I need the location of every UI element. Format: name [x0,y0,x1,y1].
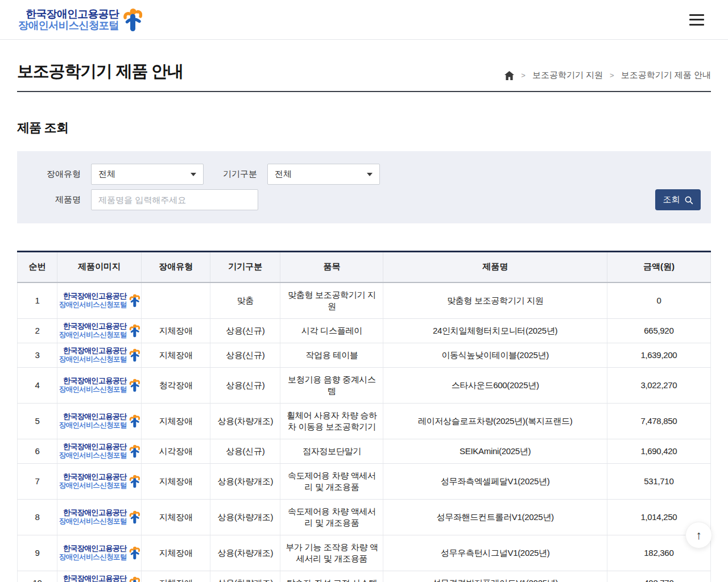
cell-product-name: 성무경련방지플레이트V1(2025년) [383,571,607,582]
table-row[interactable]: 10 한국장애인고용공단 장애인서비스신청포털 지체장애 상용(차량개조) 탑승… [18,571,711,582]
cell-category: 속도제어용 차량 액세서리 및 개조용품 [280,463,383,499]
cell-category: 점자정보단말기 [280,439,383,463]
table-row[interactable]: 8 한국장애인고용공단 장애인서비스신청포털 지체장애 상용(차량개조) 속도제… [18,499,711,535]
home-icon[interactable] [504,71,514,80]
page-title: 보조공학기기 제품 안내 [17,60,183,83]
kead-person-logo-icon [129,294,140,307]
breadcrumb-item-current[interactable]: 보조공학기기 제품 안내 [621,70,711,81]
search-icon [684,196,693,205]
cell-product-name: 맞춤형 보조공학기기 지원 [383,282,607,319]
cell-no: 10 [18,571,57,582]
cell-price: 531,710 [607,463,710,499]
cell-price: 7,478,850 [607,403,710,439]
cell-product-name: 성무좌핸드컨트롤러V1(2025년) [383,499,607,535]
table-row[interactable]: 5 한국장애인고용공단 장애인서비스신청포털 지체장애 상용(차량개조) 휠체어… [18,403,711,439]
device-type-value: 전체 [275,169,292,180]
cell-disability-type: 지체장애 [142,499,210,535]
cell-product-image: 한국장애인고용공단 장애인서비스신청포털 [57,535,142,571]
device-type-select[interactable]: 전체 [267,164,380,185]
cell-device-type: 상용(차량개조) [210,403,280,439]
kead-person-logo-icon [129,414,140,428]
cell-product-image: 한국장애인고용공단 장애인서비스신청포털 [57,463,142,499]
breadcrumb-separator: > [610,71,614,80]
product-table-header: 순번 제품이미지 장애유형 기기구분 품목 제품명 금액(원) [18,252,711,282]
cell-category: 부가 기능 조작용 차량 액세서리 및 개조용품 [280,535,383,571]
kead-person-logo-icon [129,576,140,582]
cell-device-type: 상용(신규) [210,439,280,463]
cell-no: 5 [18,403,57,439]
cell-no: 1 [18,282,57,319]
logo-portal-name: 장애인서비스신청포털 [18,20,119,32]
product-image-placeholder: 한국장애인고용공단 장애인서비스신청포털 [59,544,140,561]
kead-person-logo-icon [129,324,140,338]
table-row[interactable]: 2 한국장애인고용공단 장애인서비스신청포털 지체장애 상용(신규) 시각 디스… [18,318,711,343]
product-image-placeholder: 한국장애인고용공단 장애인서비스신청포털 [59,322,140,339]
col-header-category: 품목 [280,252,383,282]
table-row[interactable]: 6 한국장애인고용공단 장애인서비스신청포털 시각장애 상용(신규) 점자정보단… [18,439,711,463]
search-button[interactable]: 조회 [655,189,701,210]
cell-device-type: 맞춤 [210,282,280,319]
product-table-body: 1 한국장애인고용공단 장애인서비스신청포털 맞춤 맞춤형 보조공학기기 지원 … [18,282,711,582]
cell-product-image: 한국장애인고용공단 장애인서비스신청포털 [57,499,142,535]
kead-person-logo-icon [129,444,140,458]
site-logo[interactable]: 한국장애인고용공단 장애인서비스신청포털 [18,8,142,32]
cell-product-name: 24인치일체형터치모니터(2025년) [383,318,607,343]
product-name-input[interactable] [91,189,258,210]
breadcrumb-separator: > [521,71,526,80]
kead-person-logo-icon [129,546,140,560]
cell-product-name: 성무우측턴시그널V1(2025년) [383,535,607,571]
chevron-down-icon [191,173,196,176]
main-content: 보조공학기기 제품 안내 > 보조공학기기 지원 > 보조공학기기 제품 안내 … [0,60,728,582]
disability-type-select[interactable]: 전체 [91,164,204,185]
cell-device-type: 상용(차량개조) [210,571,280,582]
logo-org-name: 한국장애인고용공단 [26,8,119,20]
cell-product-image: 한국장애인고용공단 장애인서비스신청포털 [57,367,142,403]
cell-category: 맞춤형 보조공학기기 지원 [280,282,383,319]
cell-product-image: 한국장애인고용공단 장애인서비스신청포털 [57,571,142,582]
hamburger-menu-icon[interactable] [689,14,704,26]
cell-disability-type [142,282,210,319]
product-table: 순번 제품이미지 장애유형 기기구분 품목 제품명 금액(원) 1 한국장애인고… [17,251,711,582]
product-image-placeholder: 한국장애인고용공단 장애인서비스신청포털 [59,413,140,429]
cell-price: 408,770 [607,571,710,582]
cell-device-type: 상용(차량개조) [210,463,280,499]
table-row[interactable]: 3 한국장애인고용공단 장애인서비스신청포털 지체장애 상용(신규) 작업용 테… [18,343,711,367]
search-row-1: 장애유형 전체 기기구분 전체 [17,164,701,185]
cell-price: 1,639,200 [607,343,710,367]
breadcrumb: > 보조공학기기 지원 > 보조공학기기 제품 안내 [504,70,711,83]
kead-person-logo-icon [129,510,140,524]
scroll-to-top-button[interactable]: ↑ [685,522,712,548]
cell-category: 시각 디스플레이 [280,318,383,343]
breadcrumb-item-support[interactable]: 보조공학기기 지원 [532,70,603,81]
site-logo-text: 한국장애인고용공단 장애인서비스신청포털 [18,8,119,32]
search-panel: 장애유형 전체 기기구분 전체 제품명 조회 [17,151,711,223]
cell-disability-type: 지체장애 [142,403,210,439]
col-header-price: 금액(원) [607,252,710,282]
cell-disability-type: 지체장애 [142,571,210,582]
kead-person-logo-icon [129,348,140,362]
page: 한국장애인고용공단 장애인서비스신청포털 보조공학기기 제품 안내 > [0,0,728,582]
cell-disability-type: 지체장애 [142,463,210,499]
kead-person-logo-icon [129,475,140,488]
cell-category: 속도제어용 차량 액세서리 및 개조용품 [280,499,383,535]
top-bar: 한국장애인고용공단 장애인서비스신청포털 [0,0,728,40]
cell-device-type: 상용(차량개조) [210,499,280,535]
cell-disability-type: 지체장애 [142,343,210,367]
cell-category: 작업용 테이블 [280,343,383,367]
table-row[interactable]: 4 한국장애인고용공단 장애인서비스신청포털 청각장애 상용(신규) 보청기용 … [18,367,711,403]
cell-product-name: SEIKAmini(2025년) [383,439,607,463]
cell-product-image: 한국장애인고용공단 장애인서비스신청포털 [57,343,142,367]
cell-product-image: 한국장애인고용공단 장애인서비스신청포털 [57,439,142,463]
cell-no: 2 [18,318,57,343]
table-row[interactable]: 1 한국장애인고용공단 장애인서비스신청포털 맞춤 맞춤형 보조공학기기 지원 … [18,282,711,319]
cell-category: 보청기용 음향 중계시스템 [280,367,383,403]
cell-disability-type: 시각장애 [142,439,210,463]
col-header-device: 기기구분 [210,252,280,282]
col-header-image: 제품이미지 [57,252,142,282]
cell-product-image: 한국장애인고용공단 장애인서비스신청포털 [57,403,142,439]
cell-no: 9 [18,535,57,571]
cell-category: 휠체어 사용자 차량 승하차 이동용 보조공학기기 [280,403,383,439]
table-row[interactable]: 7 한국장애인고용공단 장애인서비스신청포털 지체장애 상용(차량개조) 속도제… [18,463,711,499]
table-row[interactable]: 9 한국장애인고용공단 장애인서비스신청포털 지체장애 상용(차량개조) 부가 … [18,535,711,571]
cell-disability-type: 지체장애 [142,318,210,343]
